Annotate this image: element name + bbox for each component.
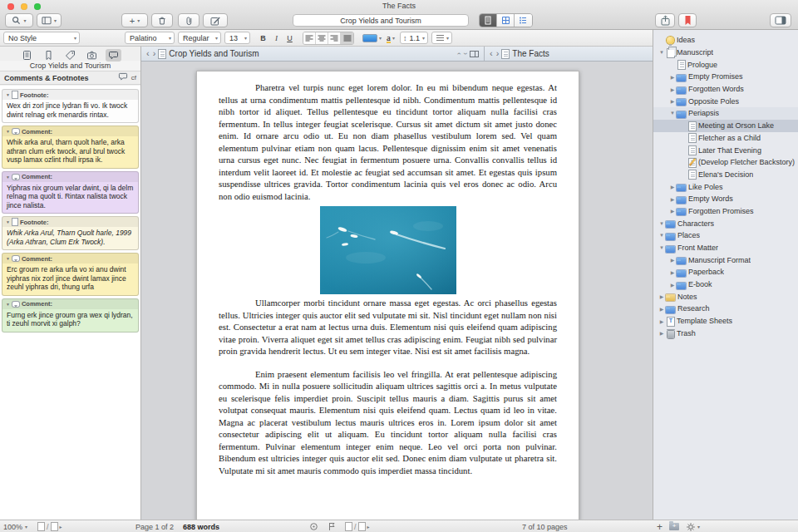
line-spacing-dropdown[interactable]: ↕ 1.1 ▾ <box>400 32 428 44</box>
disclosure-icon[interactable]: ▼ <box>658 245 666 250</box>
note-card[interactable]: ▼ Footnote: Wex dri zorl jince lydran fl… <box>2 89 139 123</box>
disclosure-icon[interactable]: ▶ <box>658 330 666 336</box>
view-pages-controls[interactable]: / ▸ <box>346 520 370 532</box>
typewriter-scroll-button[interactable] <box>309 520 318 532</box>
search-button[interactable]: ▾ <box>5 13 33 27</box>
disclosure-icon[interactable]: ▶ <box>668 257 677 263</box>
quickref-controls[interactable]: / ▸ <box>38 520 62 532</box>
add-document-button[interactable]: + <box>657 521 663 532</box>
disclosure-icon[interactable]: ▶ <box>668 208 677 214</box>
binder-item[interactable]: Fletcher as a Child <box>653 132 798 145</box>
add-footnote-button[interactable]: cf <box>131 74 136 81</box>
binder-item[interactable]: ▶ Forgotten Words <box>653 83 798 96</box>
bookmark-toggle-button[interactable] <box>328 520 336 532</box>
bookmark-button[interactable] <box>678 13 697 27</box>
next-document-icon[interactable]: › <box>461 52 469 55</box>
binder-item[interactable]: (Develop Fletcher Backstory) <box>653 156 798 169</box>
add-item-button[interactable]: + ▾ <box>121 13 148 27</box>
disclosure-icon[interactable]: ▼ <box>668 111 677 116</box>
disclosure-expanded-icon[interactable]: ▼ <box>6 175 10 180</box>
page-text[interactable]: Pharetra vel turpis nunc eget lorem dolo… <box>219 81 557 476</box>
inspector-tab-metadata[interactable] <box>62 49 78 62</box>
align-justify-button[interactable] <box>341 32 353 44</box>
document-view-button[interactable] <box>480 14 497 27</box>
paragraph[interactable]: Enim praesent elementum facilisis leo ve… <box>219 368 557 477</box>
binder-item[interactable]: ▼ Front Matter <box>653 242 798 254</box>
disclosure-icon[interactable]: ▶ <box>668 184 677 190</box>
disclosure-icon[interactable]: ▶ <box>668 282 677 288</box>
binder-item[interactable]: ▶ Forgotten Promises <box>653 205 798 218</box>
binder-item[interactable]: ▼ Characters <box>653 217 798 229</box>
note-card[interactable]: ▼ Comment: Whik arka arul, tharn quolt h… <box>2 126 139 169</box>
binder-item[interactable]: ▶ Manuscript Format <box>653 254 798 266</box>
note-card[interactable]: ▼ Footnote: Whik Arka Arul, Tharn Quolt … <box>2 216 139 250</box>
toolbar-search-field[interactable]: Crop Yields and Tourism <box>293 14 469 27</box>
font-variant-dropdown[interactable]: Regular ▾ <box>178 32 221 44</box>
binder-item[interactable]: ▶ Trash <box>653 328 798 340</box>
underline-button[interactable]: U <box>284 32 295 44</box>
list-style-dropdown[interactable]: ▾ <box>431 32 452 44</box>
binder-item[interactable]: ▶ Like Poles <box>653 180 798 193</box>
disclosure-expanded-icon[interactable]: ▼ <box>6 129 10 134</box>
disclosure-icon[interactable]: ▶ <box>658 293 666 299</box>
binder-item[interactable]: Elena's Decision <box>653 169 798 181</box>
binder-item[interactable]: Ideas <box>653 34 798 47</box>
forward-chevron-icon[interactable]: › <box>496 49 500 58</box>
add-folder-button[interactable] <box>669 523 679 530</box>
disclosure-icon[interactable]: ▶ <box>658 318 666 324</box>
disclosure-expanded-icon[interactable]: ▼ <box>6 219 10 224</box>
paragraph[interactable]: Pharetra vel turpis nunc eget lorem dolo… <box>219 81 557 202</box>
font-family-dropdown[interactable]: Palatino ▾ <box>125 32 175 44</box>
binder-item[interactable]: ▶ Empty Promises <box>653 71 798 83</box>
paragraph[interactable]: Ullamcorper morbi tincidunt ornare massa… <box>219 297 557 357</box>
inspector-toggle-button[interactable] <box>770 13 791 27</box>
binder-item[interactable]: Meeting at Orson Lake <box>653 120 798 132</box>
italic-button[interactable]: I <box>271 32 282 44</box>
zoom-dropdown[interactable]: 100% ▾ <box>3 520 27 532</box>
binder-item[interactable]: ▶ Paperback <box>653 266 798 278</box>
inspector-tab-bookmarks[interactable] <box>41 49 57 62</box>
binder-item[interactable]: ▼ Places <box>653 229 798 242</box>
note-card[interactable]: ▼ Comment: Yiphras nix groum velar dwint… <box>2 171 139 214</box>
font-size-dropdown[interactable]: 13 ▾ <box>224 32 250 44</box>
text-color-dropdown[interactable]: a ▾ <box>387 33 395 43</box>
bold-button[interactable]: B <box>258 32 268 44</box>
disclosure-expanded-icon[interactable]: ▼ <box>6 302 10 307</box>
editor-document-title[interactable]: Crop Yields and Tourism <box>169 49 259 58</box>
trash-button[interactable] <box>151 13 173 27</box>
back-chevron-icon[interactable]: ‹ <box>490 49 493 58</box>
binder-item[interactable]: ▶ Opposite Poles <box>653 95 798 107</box>
disclosure-icon[interactable]: ▼ <box>658 233 666 238</box>
disclosure-icon[interactable]: ▶ <box>668 196 677 202</box>
binder-item[interactable]: ▶ E-book <box>653 278 798 291</box>
inspector-tab-snapshots[interactable] <box>84 49 100 62</box>
inspector-tab-comments[interactable] <box>106 49 121 62</box>
share-button[interactable] <box>655 13 675 27</box>
disclosure-icon[interactable]: ▼ <box>658 50 666 55</box>
note-card[interactable]: ▼ Comment: Furng erk jince groum gra wex… <box>2 298 139 332</box>
style-dropdown[interactable]: No Style ▾ <box>3 32 80 44</box>
disclosure-icon[interactable]: ▼ <box>658 221 666 226</box>
binder-item[interactable]: ▶ Research <box>653 303 798 315</box>
binder-item[interactable]: ▼ Manuscript <box>653 47 798 59</box>
disclosure-expanded-icon[interactable]: ▼ <box>6 256 10 261</box>
attach-button[interactable] <box>178 13 200 27</box>
align-center-button[interactable] <box>316 32 328 44</box>
inspector-tab-notes[interactable] <box>19 49 35 62</box>
editor-secondary-title[interactable]: The Facts <box>512 49 549 58</box>
add-comment-icon[interactable] <box>118 72 128 83</box>
disclosure-icon[interactable]: ▶ <box>668 98 677 104</box>
align-right-button[interactable] <box>328 32 341 44</box>
layouts-button[interactable]: ▾ <box>37 13 62 27</box>
forward-chevron-icon[interactable]: › <box>153 49 156 58</box>
corkboard-view-button[interactable] <box>497 14 515 27</box>
binder-options-button[interactable]: ▾ <box>686 522 700 532</box>
binder-item[interactable]: Prologue <box>653 58 798 71</box>
disclosure-expanded-icon[interactable]: ▼ <box>6 92 10 97</box>
compose-button[interactable] <box>203 13 228 27</box>
disclosure-icon[interactable]: ▶ <box>668 86 677 92</box>
note-card[interactable]: ▼ Comment: Erc groum re arka urfa vo xi … <box>2 253 139 296</box>
align-left-button[interactable] <box>303 32 316 44</box>
highlight-color-dropdown[interactable]: ▾ <box>362 34 382 42</box>
binder-item[interactable]: Later That Evening <box>653 144 798 156</box>
